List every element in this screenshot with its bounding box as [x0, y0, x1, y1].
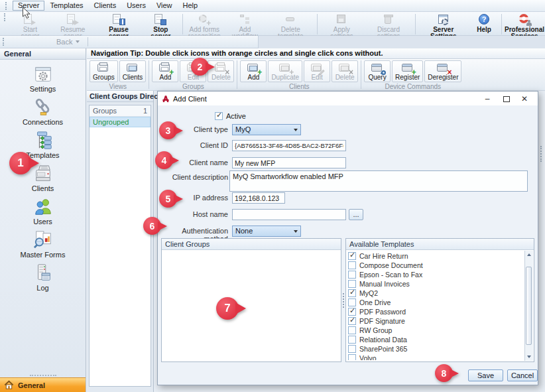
client-description-input[interactable]: MyQ Smartworkflow enabled MFP — [229, 170, 528, 192]
help-button[interactable]: Help — [469, 13, 499, 33]
home-icon — [4, 380, 14, 390]
sidebar-item-log[interactable]: Log — [0, 263, 86, 292]
dropdown-arrow-icon — [294, 230, 298, 233]
group-row-ungrouped[interactable]: Ungrouped — [90, 117, 151, 127]
sidebar-item-settings[interactable]: Settings — [0, 64, 86, 93]
collapsed-splitter-grip[interactable] — [540, 145, 544, 163]
template-label: PDF Signature — [359, 317, 405, 325]
maximize-button[interactable] — [497, 93, 515, 105]
apply-settings-icon — [334, 13, 349, 26]
template-label: Volvo — [359, 354, 377, 360]
client-name-input[interactable] — [232, 157, 346, 168]
template-row[interactable]: Relational Data — [348, 335, 523, 344]
template-row[interactable]: PDF Password — [348, 307, 523, 316]
discard-settings-icon — [381, 13, 396, 26]
minimize-button[interactable]: – — [478, 93, 497, 105]
checkbox-icon[interactable] — [348, 289, 356, 297]
toolbar-grip — [3, 38, 5, 46]
host-name-label: Host name — [158, 210, 228, 218]
scroll-up-icon[interactable] — [527, 253, 531, 256]
scroll-down-icon[interactable] — [527, 356, 531, 358]
auth-method-dropdown[interactable]: None — [232, 226, 301, 237]
dropdown-arrow-icon — [294, 129, 298, 131]
active-checkbox[interactable] — [215, 112, 223, 120]
sidebar-item-label: Clients — [32, 184, 54, 192]
host-name-browse-button[interactable]: ... — [349, 209, 363, 220]
sidebar-item-master-forms[interactable]: Master Forms — [0, 230, 86, 259]
checkbox-icon[interactable] — [348, 308, 356, 316]
groups-list: Groups 1 Ungrouped — [89, 105, 151, 387]
query-device-icon — [371, 62, 384, 74]
back-button: Back — [56, 38, 80, 46]
template-row[interactable]: MyQ2 — [348, 289, 523, 298]
template-row[interactable]: Car Hire Return — [348, 251, 523, 261]
help-icon — [477, 13, 491, 26]
close-button[interactable]: ✕ — [515, 93, 534, 105]
button-label: Help — [477, 27, 491, 33]
users-icon — [33, 197, 53, 217]
scrollbar-thumb[interactable] — [526, 267, 532, 345]
template-row[interactable]: RW Group — [348, 326, 523, 335]
menu-view[interactable]: View — [151, 1, 178, 11]
templates-scrollbar[interactable] — [524, 251, 533, 361]
template-row[interactable]: Volvo — [348, 354, 523, 360]
checkbox-icon[interactable] — [348, 261, 356, 269]
client-groups-directory-panel: Client Groups Directory Groups 1 Ungroup… — [87, 91, 154, 392]
template-label: One Drive — [359, 298, 391, 306]
template-label: Epson - Scan to Fax — [359, 271, 422, 279]
deregister-device-button[interactable]: Deregister — [424, 60, 461, 82]
template-row[interactable]: One Drive — [348, 298, 523, 307]
cancel-button[interactable]: Cancel — [507, 369, 538, 381]
panel-splitter[interactable] — [341, 238, 345, 362]
checkbox-icon[interactable] — [348, 298, 356, 306]
checkbox-icon[interactable] — [348, 354, 356, 360]
ribbon-group-caption: Clients — [240, 83, 358, 90]
template-label: MyQ2 — [359, 289, 378, 297]
template-row[interactable]: SharePoint 365 — [348, 344, 523, 354]
menu-templates[interactable]: Templates — [44, 1, 88, 11]
register-device-icon — [401, 62, 414, 74]
sidebar-footer-general[interactable]: General — [0, 377, 86, 392]
client-id-input[interactable] — [232, 140, 346, 151]
sidebar-item-users[interactable]: Users — [0, 197, 86, 226]
menu-help[interactable]: Help — [178, 1, 204, 11]
back-dropdown-icon — [76, 40, 80, 43]
annotation-marker-1: 1 — [9, 152, 32, 174]
add-client-button[interactable]: Add — [240, 60, 267, 82]
sidebar-item-connections[interactable]: Connections — [0, 98, 86, 126]
pane-resize-grip[interactable] — [0, 373, 86, 377]
template-row[interactable]: PDF Signature — [348, 316, 523, 326]
host-name-input[interactable] — [232, 209, 346, 220]
column-label: Groups — [93, 107, 117, 115]
client-type-dropdown[interactable]: MyQ — [232, 124, 301, 135]
menu-users[interactable]: Users — [121, 1, 151, 11]
checkbox-icon[interactable] — [348, 280, 356, 288]
add-client-icon — [247, 62, 260, 74]
add-group-button[interactable]: Add — [152, 60, 178, 82]
menu-clients[interactable]: Clients — [89, 1, 122, 11]
ip-address-input[interactable] — [232, 192, 285, 204]
register-device-button[interactable]: Register — [392, 60, 423, 82]
delete-client-icon — [338, 62, 351, 74]
button-label: Deregister — [428, 74, 458, 81]
checkbox-icon[interactable] — [348, 252, 356, 260]
client-type-value: MyQ — [235, 125, 251, 133]
checkbox-icon[interactable] — [348, 326, 356, 334]
back-label: Back — [56, 38, 72, 46]
checkbox-icon[interactable] — [348, 345, 356, 353]
checkbox-icon[interactable] — [348, 336, 356, 344]
ribbon-group-caption: Views — [90, 83, 146, 90]
checkbox-icon[interactable] — [348, 317, 356, 325]
template-row[interactable]: Manual Invoices — [348, 279, 523, 289]
master-forms-icon — [33, 230, 53, 250]
query-device-button[interactable]: Query — [364, 60, 391, 82]
save-button[interactable]: Save — [468, 369, 503, 381]
checkbox-icon[interactable] — [348, 271, 356, 279]
dialog-title-bar[interactable]: Add Client – ✕ — [158, 92, 538, 105]
template-row[interactable]: Compose Document — [348, 261, 523, 270]
groups-view-button[interactable]: Groups — [90, 60, 118, 82]
navigation-tip: Navigation Tip: Double click icons with … — [87, 48, 545, 59]
clients-view-button[interactable]: Clients — [119, 60, 147, 82]
template-row[interactable]: Epson - Scan to Fax — [348, 270, 523, 279]
sidebar-item-label: Users — [33, 218, 52, 226]
